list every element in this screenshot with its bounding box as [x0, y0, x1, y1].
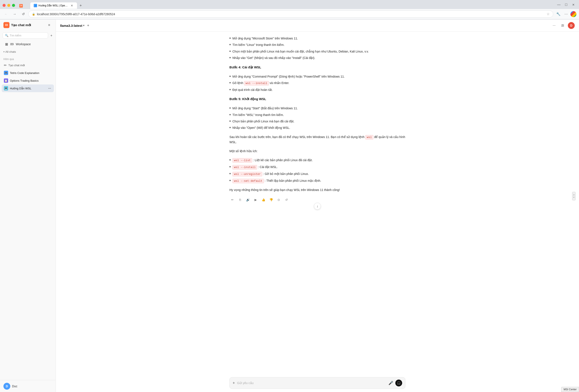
bullet-dot — [229, 89, 231, 90]
all-chats-toggle[interactable]: ▾ All chats — [2, 49, 53, 55]
header-profile-btn[interactable]: D — [568, 22, 575, 29]
new-tab-button[interactable]: + — [78, 3, 84, 9]
buoc5-item-3: Chọn bản phân phối Linux mà bạn đã cài đ… — [229, 119, 405, 124]
play-message-btn[interactable]: ▶ — [253, 197, 259, 203]
title-bar: OI 🔷 Hướng Dẫn WSL | Open Web... ✕ + — ☐… — [0, 0, 579, 9]
bullet-dot — [229, 180, 231, 181]
user-avatar[interactable]: D — [3, 383, 10, 390]
bullet-item-2: Tìm kiếm "Linux" trong thanh tìm kiếm. — [229, 43, 405, 47]
microphone-btn[interactable]: 🎤 — [388, 381, 393, 385]
bullet-item-1: Mở ứng dụng "Microsoft Store" trên Windo… — [229, 36, 405, 41]
search-container[interactable]: 🔍 — [2, 32, 48, 39]
edit-message-btn[interactable]: ✏ — [229, 197, 235, 203]
settings-btn[interactable] — [559, 22, 566, 29]
forward-button[interactable]: → — [11, 11, 18, 18]
workspace-number: 89 — [10, 43, 14, 46]
more-options-btn[interactable]: ⋯ — [563, 11, 570, 18]
sidebar-menu-btn[interactable]: ≡ — [46, 22, 52, 28]
stop-btn[interactable]: ⊙ — [276, 197, 282, 203]
msi-center-badge[interactable]: MSI Center — [561, 387, 579, 392]
back-button[interactable]: ← — [2, 11, 9, 18]
tetris-chat-icon: 🎮 — [4, 71, 8, 75]
sidebar: OI Tạo chat mới ≡ 🔍 + ⊞ 89 Workspace ▾ A… — [0, 19, 56, 392]
bookmark-icon[interactable]: ☆ — [547, 12, 550, 16]
chat-input[interactable] — [237, 381, 386, 385]
workspace-label: Workspace — [16, 43, 31, 46]
bullet-dot — [229, 120, 231, 122]
close-btn[interactable]: ✕ — [571, 2, 577, 8]
code-item-list: wsl --list : Liệt kê các bản phân phối L… — [229, 158, 405, 163]
wsl-install-code: wsl --install — [244, 81, 269, 86]
thumbdown-btn[interactable]: 👎 — [268, 197, 274, 203]
code-item-unregister: wsl --unregister : Gỡ bỏ một bản phân ph… — [229, 171, 405, 177]
wsl-code-inline: wsl — [365, 135, 373, 140]
oi-tab[interactable]: OI — [17, 3, 30, 9]
sidebar-brand[interactable]: OI Tạo chat mới — [3, 22, 31, 28]
thumbup-btn[interactable]: 👍 — [260, 197, 266, 203]
options-chat-icon: 📋 — [4, 78, 8, 83]
model-selector[interactable]: llama3.3:latest ▾ — [60, 24, 84, 27]
input-container: + 🎤 🎧 — [229, 377, 405, 389]
chat-scroll-area[interactable]: Mở ứng dụng "Microsoft Store" trên Windo… — [56, 32, 579, 392]
model-chevron-icon: ▾ — [83, 24, 84, 27]
close-window-btn[interactable] — [2, 4, 5, 7]
today-label: Hôm qua — [2, 56, 54, 61]
oi-tab-favicon: OI — [19, 4, 23, 7]
bullet-dot — [229, 127, 231, 128]
chat-messages: Mở ứng dụng "Microsoft Store" trên Windo… — [221, 32, 414, 375]
input-add-btn[interactable]: + — [233, 381, 235, 385]
minimize-window-btn[interactable] — [7, 4, 10, 7]
scroll-down-button[interactable]: ↓ — [314, 203, 321, 210]
chevron-down-icon: ▾ — [3, 51, 4, 53]
new-chat-label: Tạo chat mới — [8, 64, 25, 67]
message-paragraph-wsl: Sau khi hoàn tất các bước trên, bạn đã c… — [229, 135, 405, 144]
wsl-install-code2: wsl --install — [232, 165, 257, 169]
wsl-unregister-code: wsl --unregister — [232, 172, 262, 176]
maximize-btn[interactable]: ☐ — [563, 2, 569, 8]
wsl-tab[interactable]: 🔷 Hướng Dẫn WSL | Open Web... ✕ — [30, 2, 77, 9]
bullet-dot — [229, 114, 231, 115]
address-bar[interactable]: 🔒 localhost:3000/c/795c59f8-a017-471e-b0… — [28, 10, 553, 18]
code-item-set-default: wsl --set-default : Thiết lập bản phân p… — [229, 178, 405, 183]
wsl-tab-close[interactable]: ✕ — [70, 4, 73, 7]
workspace-item[interactable]: ⊞ 89 Workspace — [2, 40, 54, 48]
wsl-tab-title: Hướng Dẫn WSL | Open Web... — [38, 4, 69, 7]
message-buoc5-bullets: Mở ứng dụng "Start" (Bắt đầu) trên Windo… — [229, 106, 405, 130]
nav-actions: 🔧 ⋯ — [555, 11, 577, 18]
bullet-dot — [229, 44, 231, 45]
copy-message-btn[interactable]: ⎘ — [237, 197, 243, 203]
message-code-list: wsl --list : Liệt kê các bản phân phối L… — [229, 158, 405, 183]
search-add-button[interactable]: + — [50, 33, 53, 38]
wsl-chat-icon: 💻 — [4, 86, 8, 90]
refresh-btn[interactable]: ↺ — [284, 197, 290, 203]
bullet-item-4: Nhấp vào "Get" (Nhận) và sau đó nhấp vào… — [229, 56, 405, 60]
extensions-btn[interactable]: 🔧 — [555, 11, 562, 18]
nav-bar: ← → ↺ 🔒 localhost:3000/c/795c59f8-a017-4… — [0, 9, 579, 19]
buoc4-item-1: Mở ứng dụng "Command Prompt" (Dòng lệnh)… — [229, 74, 405, 79]
speak-message-btn[interactable]: 🔊 — [245, 197, 251, 203]
wsl-more-btn[interactable]: ··· — [47, 86, 52, 90]
more-options-btn[interactable]: ··· — [551, 22, 558, 29]
headphone-btn[interactable]: 🎧 — [395, 380, 402, 387]
message-actions: ✏ ⎘ 🔊 ▶ 👍 👎 ⊙ ↺ — [229, 197, 405, 203]
add-chat-btn[interactable]: + — [87, 23, 89, 28]
reload-button[interactable]: ↺ — [20, 11, 27, 18]
chat-item-tetris[interactable]: 🎮 Tetris Code Explanation ··· — [2, 69, 54, 77]
all-chats-section: ▾ All chats — [0, 48, 56, 56]
message-useful-label: Một số lệnh hữu ích: — [229, 149, 405, 154]
maximize-window-btn[interactable] — [12, 4, 15, 7]
all-chats-label: All chats — [5, 50, 16, 53]
new-chat-button[interactable]: ✏ Tạo chat mới — [2, 61, 54, 69]
minimize-btn[interactable]: — — [556, 2, 562, 8]
chat-item-wsl[interactable]: 💻 Hướng Dẫn WSL ··· — [2, 84, 54, 92]
search-input[interactable] — [10, 34, 46, 37]
sidebar-header: OI Tạo chat mới ≡ — [0, 19, 56, 31]
sidebar-search: 🔍 + — [0, 31, 56, 40]
browser-profile-btn[interactable] — [571, 11, 577, 17]
app-body: OI Tạo chat mới ≡ 🔍 + ⊞ 89 Workspace ▾ A… — [0, 19, 579, 392]
chat-item-options[interactable]: 📋 Options Trading Basics ··· — [2, 77, 54, 84]
side-panel-toggle[interactable]: >< — [572, 192, 576, 200]
bullet-dot — [229, 82, 231, 83]
buoc5-item-1: Mở ứng dụng "Start" (Bắt đầu) trên Windo… — [229, 106, 405, 111]
bullet-dot — [229, 51, 231, 52]
